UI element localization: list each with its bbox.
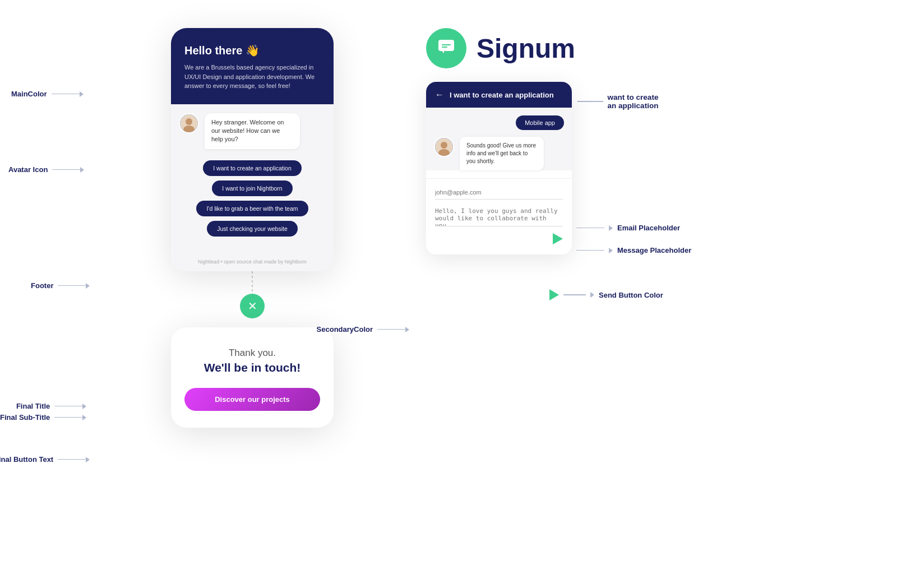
- right-panel: ← I want to create an application Mobile…: [426, 82, 572, 254]
- close-area: ✕: [240, 271, 265, 318]
- right-column: Signum want to create an application Ema…: [392, 28, 785, 254]
- quick-replies: I want to create an application I want t…: [179, 157, 326, 243]
- left-column: MainColor Avatar Icon Footer SecondaryCo…: [112, 28, 392, 428]
- send-button-line: [563, 294, 586, 295]
- right-panel-nav-title: I want to create an application: [450, 91, 554, 99]
- thankyou-subtitle: We'll be in touch!: [184, 361, 320, 374]
- annotation-email-placeholder: Email Placeholder: [576, 224, 680, 232]
- chat-footer: Nightlead • open source chat made by Nig…: [171, 252, 334, 271]
- footer-text: Nightlead • open source chat made by Nig…: [198, 259, 307, 265]
- annotation-final-title: Final Title: [0, 402, 86, 410]
- quick-reply-0[interactable]: I want to create an application: [203, 160, 302, 176]
- want-create-line: [577, 101, 603, 102]
- annotation-final-area: Final Title Final Sub-Title: [0, 402, 86, 422]
- chat-widget-phone: Hello there 👋 We are a Brussels based ag…: [171, 28, 334, 271]
- brand-chat-icon: [436, 36, 456, 61]
- svg-rect-6: [442, 47, 447, 48]
- annotation-final-button: Final Button Text: [0, 455, 90, 464]
- brand-header: Signum: [426, 28, 575, 68]
- dashed-line: [252, 271, 253, 294]
- avatar: [179, 113, 199, 133]
- secondary-color-label: SecondaryColor: [317, 325, 373, 334]
- thankyou-title: Thank you.: [184, 348, 320, 359]
- mobile-app-area: Mobile app: [434, 115, 564, 130]
- chat-header-title: Hello there 👋: [184, 44, 320, 57]
- main-color-arrow: [52, 91, 84, 97]
- back-arrow-icon[interactable]: ←: [435, 90, 444, 100]
- send-color-icon: [549, 289, 559, 300]
- final-subtitle-label: Final Sub-Title: [0, 413, 50, 422]
- avatar-svg: [180, 114, 198, 132]
- right-avatar-svg: [435, 138, 453, 156]
- chat-header: Hello there 👋 We are a Brussels based ag…: [171, 28, 334, 104]
- quick-reply-1[interactable]: I want to join Nightborn: [212, 180, 292, 196]
- annotation-main-color: MainColor: [11, 90, 84, 98]
- annotation-avatar-icon: Avatar Icon: [8, 165, 84, 174]
- annotation-final-subtitle: Final Sub-Title: [0, 413, 86, 422]
- final-button-label: Final Button Text: [0, 455, 53, 464]
- final-title-label: Final Title: [16, 402, 50, 410]
- send-button-chevron: [590, 292, 594, 298]
- right-bot-bubble: Sounds good! Give us more info and we'll…: [460, 137, 544, 170]
- svg-point-8: [441, 142, 447, 149]
- close-button[interactable]: ✕: [240, 294, 265, 318]
- thankyou-card: Thank you. We'll be in touch! Discover o…: [171, 327, 334, 428]
- chat-body: Hey stranger. Welcome on our website! Ho…: [171, 104, 334, 252]
- message-placeholder-line: [576, 250, 604, 251]
- svg-point-1: [186, 118, 192, 125]
- mobile-app-tag[interactable]: Mobile app: [516, 115, 564, 130]
- right-panel-container: want to create an application Email Plac…: [426, 82, 572, 254]
- message-placeholder-chevron: [609, 248, 613, 253]
- email-input[interactable]: [435, 186, 563, 200]
- footer-label: Footer: [31, 281, 53, 290]
- close-icon: ✕: [248, 300, 257, 312]
- annotation-want-create: want to create an application: [577, 93, 667, 110]
- annotation-message-placeholder: Message Placeholder: [576, 246, 691, 254]
- email-placeholder-line: [576, 228, 604, 229]
- right-avatar: [434, 137, 454, 157]
- bot-message-row: Hey stranger. Welcome on our website! Ho…: [179, 113, 326, 149]
- bot-bubble: Hey stranger. Welcome on our website! Ho…: [205, 113, 300, 149]
- right-panel-nav: ← I want to create an application: [426, 82, 572, 108]
- right-panel-body: Mobile app Sounds good! Give us more inf…: [426, 108, 572, 170]
- avatar-icon-arrow: [52, 167, 84, 173]
- footer-arrow: [58, 283, 90, 289]
- send-button-label: Send Button Color: [599, 291, 663, 299]
- final-subtitle-arrow: [54, 415, 86, 420]
- quick-reply-2[interactable]: I'd like to grab a beer with the team: [196, 201, 308, 216]
- email-placeholder-chevron: [609, 225, 613, 231]
- email-placeholder-label: Email Placeholder: [617, 224, 680, 232]
- annotation-send-button: Send Button Color: [549, 289, 663, 300]
- annotation-secondary-color: SecondaryColor: [317, 325, 409, 334]
- want-create-label: want to create an application: [608, 93, 667, 110]
- brand-icon-circle: [426, 28, 466, 68]
- send-button[interactable]: [553, 233, 563, 244]
- final-title-arrow: [54, 404, 86, 409]
- quick-reply-3[interactable]: Just checking your website: [207, 221, 297, 237]
- annotation-footer: Footer: [31, 281, 90, 290]
- page-layout: MainColor Avatar Icon Footer SecondaryCo…: [0, 0, 897, 456]
- secondary-color-arrow: [377, 327, 409, 332]
- message-input[interactable]: [435, 204, 563, 226]
- message-placeholder-label: Message Placeholder: [617, 246, 691, 254]
- svg-rect-5: [442, 44, 451, 45]
- right-chat-row: Sounds good! Give us more info and we'll…: [434, 137, 564, 170]
- avatar-icon-label: Avatar Icon: [8, 165, 48, 174]
- brand-name: Signum: [477, 33, 575, 64]
- send-triangle-icon: [553, 233, 563, 244]
- discover-button[interactable]: Discover our projects: [184, 388, 320, 411]
- final-button-arrow: [58, 457, 90, 462]
- chat-header-desc: We are a Brussels based agency specializ…: [184, 63, 320, 91]
- main-color-label: MainColor: [11, 90, 47, 98]
- send-row: [435, 229, 563, 248]
- right-form: [426, 178, 572, 254]
